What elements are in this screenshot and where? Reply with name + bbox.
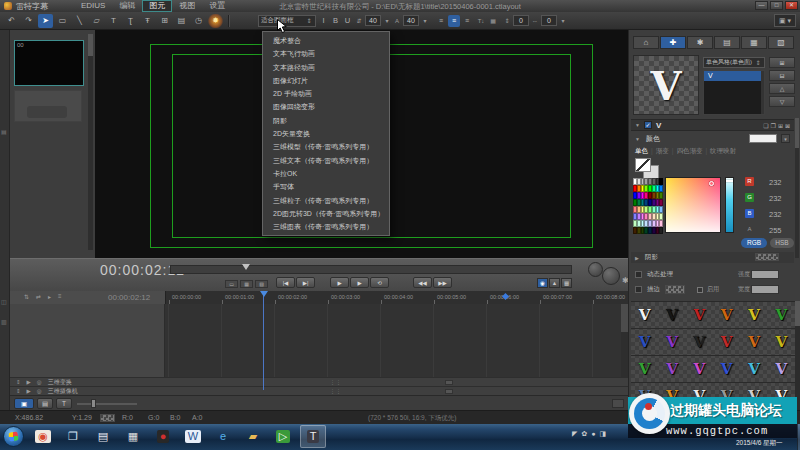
undo-button[interactable]: ↶ <box>4 14 19 28</box>
tray-1[interactable]: ✿ <box>581 430 587 438</box>
tab-object[interactable]: ⌂ <box>633 36 659 49</box>
sidebtn-1[interactable]: ⊟ <box>769 70 795 81</box>
taskbar-recorder[interactable]: ● <box>150 425 176 448</box>
style-swatch-12[interactable]: V <box>631 356 658 383</box>
style-swatch-5[interactable]: V <box>768 302 795 329</box>
fg-bg-color-wells[interactable] <box>635 158 661 180</box>
h-spacing-icon[interactable]: ⇔ <box>531 18 539 24</box>
track-icon[interactable]: ▶ <box>27 388 31 394</box>
fill-tab-1[interactable]: 渐变 <box>656 147 669 154</box>
dropdown-arrow-icon[interactable]: ▾ <box>383 17 391 24</box>
palette-swatch[interactable] <box>659 227 663 234</box>
width-input[interactable] <box>751 285 779 294</box>
tpsmall-1[interactable]: ▦ <box>240 280 253 288</box>
rgb-mode-button[interactable]: RGB <box>741 238 767 248</box>
style-swatch-6[interactable]: V <box>631 329 658 356</box>
tab-effects[interactable]: ✱ <box>687 36 713 49</box>
track-row-1[interactable]: ⇕▶◎三维摄像机⋮⋮ <box>10 386 628 395</box>
tab-library-1[interactable]: ▤ <box>714 36 740 49</box>
effects-tool[interactable]: ✸ <box>208 14 223 28</box>
clock-tool[interactable]: ◷ <box>191 14 206 28</box>
style-swatch-7[interactable]: V <box>658 329 685 356</box>
tpsmall-0[interactable]: ▭ <box>225 280 238 288</box>
palette-swatch[interactable] <box>659 178 663 185</box>
taskbar-grid-app[interactable]: ▦ <box>120 425 146 448</box>
hicon-3[interactable]: ≡ <box>58 293 62 300</box>
track-option-box[interactable] <box>445 389 453 394</box>
effects-menu-item-1[interactable]: 文本飞行动画 <box>263 47 389 60</box>
layer-visibility-checkbox[interactable]: ✓ <box>644 121 652 129</box>
camera-button[interactable]: ▣ <box>14 398 34 409</box>
dynamic-checkbox[interactable] <box>635 271 642 278</box>
select-tool[interactable]: ➤ <box>38 14 53 28</box>
taskbar-remote-desktop[interactable]: ❐ <box>60 425 86 448</box>
grid-button[interactable]: ▤ <box>37 398 53 409</box>
preset-dropdown[interactable]: ▣ ▾ <box>774 14 796 27</box>
track-lanes[interactable] <box>165 304 628 377</box>
frame-tool[interactable]: ⊞ <box>157 14 172 28</box>
style-swatch-9[interactable]: V <box>713 329 740 356</box>
style-swatch-4[interactable]: V <box>740 302 767 329</box>
track-icon[interactable]: ⇕ <box>16 379 21 385</box>
effects-menu-item-5[interactable]: 图像回绕变形 <box>263 100 389 113</box>
dock-icon-3[interactable]: ▥ <box>1 318 7 325</box>
style-swatch-13[interactable]: V <box>658 356 685 383</box>
library-thumbnail-selected[interactable]: 00 <box>14 40 84 86</box>
style-swatch-1[interactable]: V <box>658 302 685 329</box>
hue-slider[interactable] <box>725 177 734 233</box>
licon-0[interactable]: ❏ <box>763 122 768 129</box>
taskbar-internet-explorer[interactable]: e <box>210 425 236 448</box>
style-swatch-14[interactable]: V <box>686 356 713 383</box>
color-options-button[interactable]: ▾ <box>781 134 790 143</box>
shuttle-knob[interactable] <box>602 267 620 285</box>
spinner-icon[interactable]: ⇕ <box>305 17 313 24</box>
dock-icon-1[interactable]: ▤ <box>1 128 7 135</box>
timeline-scrollbar[interactable] <box>621 304 628 377</box>
color-section-header[interactable]: ▼ 颜色 ▾ <box>631 133 794 145</box>
tab-library-3[interactable]: ▧ <box>768 36 794 49</box>
fill-tab-2[interactable]: 四色渐变 <box>676 147 702 154</box>
style-type-dropdown[interactable]: 单色风格(单色面) ⇕ <box>703 57 765 68</box>
strength-input[interactable] <box>751 270 779 279</box>
effects-menu-item-9[interactable]: 三维文本（传奇·雷鸣系列专用） <box>263 154 389 167</box>
effects-menu-item-12[interactable]: 三维粒子（传奇·雷鸣系列专用） <box>263 194 389 207</box>
text-tool[interactable]: T <box>106 14 121 28</box>
list-item-selected[interactable]: V <box>704 71 764 81</box>
italic-button[interactable]: I <box>318 15 329 27</box>
effects-menu-item-2[interactable]: 文本路径动画 <box>263 61 389 74</box>
outline-swatch[interactable] <box>665 285 685 294</box>
timeline-zoom-slider[interactable] <box>77 403 137 405</box>
playhead-caret[interactable] <box>260 291 268 297</box>
tpbtn-0[interactable]: ▶ <box>330 277 349 288</box>
underline-button[interactable]: U <box>342 15 353 27</box>
align-right-button[interactable]: ≡ <box>461 15 473 27</box>
outline-checkbox[interactable] <box>635 286 642 293</box>
line-tool[interactable]: ╲ <box>72 14 87 28</box>
effects-menu-item-11[interactable]: 手写体 <box>263 180 389 193</box>
grid-toggle-button[interactable]: ▦ <box>561 278 572 288</box>
font-size-input-2[interactable]: 40 <box>403 15 419 26</box>
tpbtn-2[interactable]: ⟲ <box>370 277 389 288</box>
taskbar-notepad[interactable]: ▤ <box>90 425 116 448</box>
collapse-icon[interactable]: ▼ <box>635 122 640 128</box>
tpbtn-1[interactable]: ▶ <box>350 277 369 288</box>
maximize-button[interactable]: □ <box>770 1 783 10</box>
style-layer-list[interactable]: V <box>703 70 765 115</box>
hicon-1[interactable]: ⇄ <box>36 293 41 300</box>
hicon-0[interactable]: ⇅ <box>24 293 29 300</box>
hue-slider-handle[interactable] <box>726 180 733 182</box>
properties-scrollbar[interactable] <box>795 118 799 258</box>
timeline-option-box[interactable] <box>612 399 624 408</box>
taskbar-title-app[interactable]: T <box>300 425 326 448</box>
track-icon[interactable]: ◎ <box>37 379 42 385</box>
vertical-text-icon[interactable]: T↓ <box>475 18 487 24</box>
tpbtn-1[interactable]: ▶| <box>296 277 315 288</box>
track-keyframe-icon[interactable]: ⋮⋮ <box>330 388 342 394</box>
rotate-icon[interactable]: ⇵ <box>355 17 363 24</box>
list-scrollbar[interactable] <box>761 71 764 114</box>
bold-button[interactable]: B <box>330 15 341 27</box>
jog-knob[interactable] <box>588 262 603 277</box>
style-swatch-11[interactable]: V <box>768 329 795 356</box>
taskbar-media-green[interactable]: ▷ <box>270 425 296 448</box>
font-size-input-1[interactable]: 40 <box>365 15 381 26</box>
